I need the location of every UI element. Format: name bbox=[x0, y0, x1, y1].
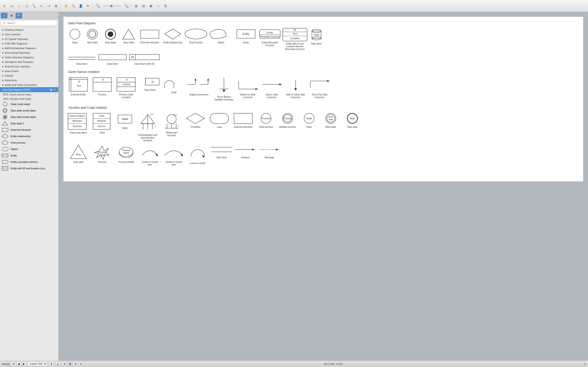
sidebar-item-dfd-active[interactable]: Data flow diagram (DFD) ⊞ ✕ bbox=[0, 87, 58, 92]
shape-stop-state-bull[interactable]: Stop State bbox=[103, 28, 118, 44]
zoom-tool[interactable]: 🔍 bbox=[70, 3, 77, 9]
gs-shape-tb-var[interactable]: Top to Bottom Variable connector bbox=[214, 76, 234, 101]
shape-start-state[interactable]: Start State bbox=[85, 28, 100, 44]
sidebar-shape-stop-state-multi[interactable]: Stop state (multi state) bbox=[0, 114, 58, 120]
sidebar-shape-entity-rel[interactable]: Entity relationship bbox=[0, 133, 58, 140]
pencil-tool[interactable]: ✏ bbox=[85, 3, 91, 9]
more-tools-1[interactable]: ⊞ bbox=[133, 3, 139, 9]
zoom-out-btn[interactable]: 🔍 bbox=[95, 3, 101, 9]
sidebar-subitem-yourdon[interactable]: DFD, Yourdon and Coad... ✕ bbox=[0, 97, 58, 101]
user-tool[interactable]: 👤 bbox=[78, 3, 84, 9]
sidebar-shape-state-multi[interactable]: State (multi state) bbox=[0, 101, 58, 107]
yc-shape-stop-state[interactable]: Stop Stop state bbox=[343, 112, 362, 128]
gs-shape-process-loc[interactable]: id location Process (with Location) bbox=[116, 76, 137, 99]
more-tools-4[interactable]: ↔ bbox=[155, 3, 162, 9]
gs-shape-ss-conn[interactable]: Side to Side connector bbox=[261, 76, 282, 99]
yc-shape-condition[interactable]: Condition bbox=[185, 112, 206, 128]
yc2-shape-process[interactable]: Process name Process bbox=[92, 144, 112, 164]
shape-external-interactor[interactable]: External Interactor bbox=[139, 28, 160, 44]
yc-shape-data-process[interactable]: Process Data process bbox=[257, 112, 275, 128]
shape-entity-id[interactable]: ID Text Location Entity with ID and Loca… bbox=[284, 28, 306, 51]
sidebar-item-drawing-shapes[interactable]: ▶Drawing Shapes bbox=[0, 27, 58, 32]
waypoint-tool[interactable]: ⊕ bbox=[53, 3, 59, 9]
view-btn-2[interactable]: ⊠ bbox=[68, 362, 73, 366]
select-tool[interactable]: ↖ bbox=[1, 3, 8, 9]
sidebar-shape-oval-process[interactable]: Oval process bbox=[0, 140, 58, 146]
zoom-in-btn[interactable]: 🔍 bbox=[123, 3, 130, 9]
pause-btn[interactable]: ⏸ bbox=[11, 362, 16, 366]
gs-shape-angled-conn[interactable]: Angled connectors bbox=[187, 76, 210, 96]
sidebar-shape-object[interactable]: Object bbox=[0, 146, 58, 152]
yc-shape-multi-state[interactable]: Multi- State Multi-state bbox=[321, 112, 340, 128]
shape-ds-id[interactable]: ID Data Store (with ID) bbox=[130, 52, 159, 65]
diamond-tool[interactable]: ◇ bbox=[23, 3, 30, 9]
yc-shape-state2[interactable]: State State bbox=[300, 112, 318, 128]
shape-entity[interactable]: Entity Entity bbox=[236, 28, 256, 44]
yc-shape-loop[interactable]: Loop bbox=[209, 112, 230, 128]
more-tools-3[interactable]: ⊠ bbox=[148, 3, 154, 9]
sidebar-subitem-gane[interactable]: DFD, Gane-Sarson nota... ✕ bbox=[0, 92, 58, 97]
more-tools-2[interactable]: ⊟ bbox=[140, 3, 147, 9]
yc2-shape-message[interactable]: Message bbox=[259, 144, 280, 159]
shape-entity-relationship[interactable]: Entity Relationship bbox=[163, 28, 182, 44]
yc-shape-whole-part[interactable]: 1,m 1 Whole-part structure bbox=[161, 112, 182, 137]
yc-shape-multi-process[interactable]: Process Multiple process bbox=[278, 112, 297, 128]
prev-page-btn[interactable]: ◀ bbox=[17, 362, 21, 366]
shape-oval-process[interactable]: Oval Process bbox=[186, 28, 206, 44]
sidebar-subitem-yourdon-close[interactable]: ✕ bbox=[54, 97, 56, 100]
shape-object[interactable]: Object bbox=[209, 28, 233, 44]
search-input[interactable] bbox=[1, 20, 57, 25]
sidebar-shape-stop-state-2[interactable]: Stop state 2 bbox=[0, 120, 58, 127]
sidebar-search-btn[interactable]: 🔍 bbox=[16, 13, 22, 18]
gs-shape-bs-conn[interactable]: Bottom to Side connector bbox=[237, 76, 258, 99]
sidebar-item-android[interactable]: ▶Android User Interface bbox=[0, 64, 58, 69]
yc2-shape-process-offset[interactable]: Process name Process (offset) bbox=[116, 144, 137, 164]
zoom-stepper-up[interactable]: ▲ bbox=[56, 362, 60, 366]
line-tool[interactable]: ╲ bbox=[31, 3, 37, 9]
yc2-shape-stop-state[interactable]: Stop Stop state bbox=[68, 144, 89, 164]
curve-tool[interactable]: ∿ bbox=[38, 3, 44, 9]
sidebar-item-area-charts[interactable]: ▶Area Charts bbox=[0, 69, 58, 73]
shape-stop-state-tri[interactable]: Stop State bbox=[121, 28, 136, 44]
view-btn-3[interactable]: ⊞ bbox=[73, 362, 78, 366]
canvas-area[interactable]: Data Flow Diagram State Start State bbox=[59, 12, 588, 361]
yc-shape-class-object[interactable]: Class-&-Object Attributes Services Class… bbox=[68, 112, 89, 134]
yc-shape-class[interactable]: Class Attribute Service Class bbox=[92, 112, 112, 134]
sidebar-item-audio-video[interactable]: ▶Audio and Video Connectors bbox=[0, 83, 58, 87]
sidebar-shape-entity-rounded[interactable]: Entity (rounded corners) bbox=[0, 159, 58, 165]
yc2-shape-data-store[interactable]: Data store bbox=[211, 144, 232, 159]
sidebar-item-user-libraries[interactable]: ▶User Libraries bbox=[0, 32, 58, 37]
gs-shape-tt-conn[interactable]: Top to Top Side connector bbox=[309, 76, 330, 99]
sidebar-item-accounting[interactable]: ▶Accounting Flowcharts bbox=[0, 50, 58, 55]
ellipse-tool[interactable]: ○ bbox=[16, 3, 23, 9]
sidebar-shape-entity-id-loc[interactable]: Entity with ID and location (rou... bbox=[0, 165, 58, 172]
hand-tool[interactable]: ✋ bbox=[63, 3, 69, 9]
zoom-slider[interactable] bbox=[103, 6, 121, 6]
sidebar-subitem-gane-close[interactable]: ✕ bbox=[54, 93, 56, 96]
sidebar-item-astronomy[interactable]: ▶Astronomy bbox=[0, 78, 58, 83]
zoom-stepper-down[interactable]: ▼ bbox=[49, 362, 54, 366]
yc-shape-gen-spec[interactable]: 1,m 1 Generalization and specialization … bbox=[137, 112, 158, 142]
sidebar-item-artwork[interactable]: ▶Artwork bbox=[0, 73, 58, 78]
sidebar-grid-btn[interactable]: ⊞ bbox=[8, 13, 15, 18]
gs-shape-datastore[interactable]: id Data Store bbox=[140, 76, 160, 92]
rectangle-tool[interactable]: ▭ bbox=[9, 3, 15, 9]
yc2-shape-loop-center[interactable]: Loop on center bbox=[187, 144, 208, 165]
zoom-select[interactable]: Custom 76% 50% 75% 100% 150% bbox=[28, 362, 47, 366]
next-page-btn[interactable]: ▶ bbox=[22, 362, 26, 366]
sidebar-shape-ext-interactor[interactable]: External interactor bbox=[0, 127, 58, 133]
yc2-shape-instance[interactable]: Instance bbox=[235, 144, 256, 159]
sidebar-active-icon[interactable]: ⊞ bbox=[50, 88, 52, 92]
yc-shape-ext-interactor[interactable]: External interactor bbox=[233, 112, 254, 128]
sidebar-active-close[interactable]: ✕ bbox=[53, 88, 56, 92]
shape-entity-rounded[interactable]: Entity (Rounded Corners) Entity (Rounded… bbox=[259, 28, 280, 47]
gs-shape-external-entity[interactable]: id Text External Entity bbox=[68, 76, 89, 96]
sidebar-item-orgcharts[interactable]: ▶25 Typical Orgcharts bbox=[0, 37, 58, 41]
sidebar-item-active-dir[interactable]: ▶Active Directory Diagrams bbox=[0, 55, 58, 60]
view-btn-4[interactable]: ⊡ bbox=[78, 362, 84, 366]
sidebar-item-aerospace[interactable]: ▶Aerospace and Transport bbox=[0, 60, 58, 64]
sidebar-item-atm[interactable]: ▶ATM UML Diagrams bbox=[0, 41, 58, 46]
shape-ds-rect[interactable]: Data Store bbox=[99, 52, 126, 65]
yc-shape-state[interactable]: State State bbox=[116, 112, 134, 130]
more-tools-5[interactable]: ⇅ bbox=[162, 3, 169, 9]
